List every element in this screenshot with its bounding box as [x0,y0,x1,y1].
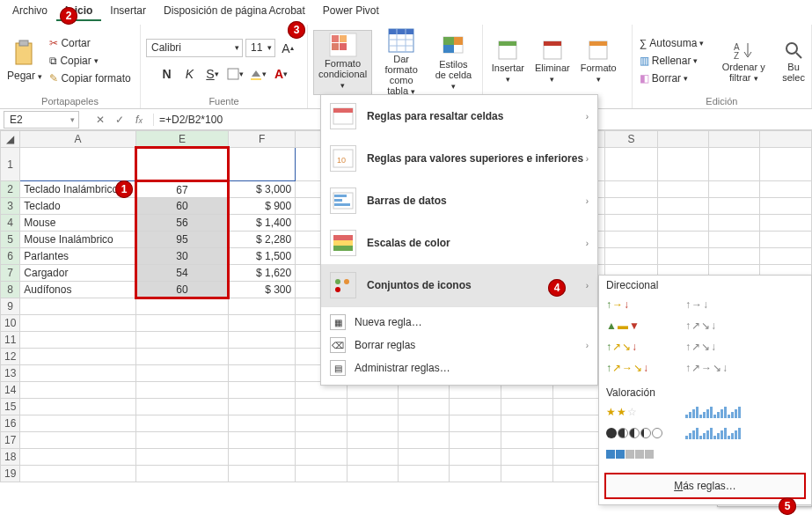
chevron-down-icon[interactable]: ▾ [38,72,42,81]
paste-button[interactable]: Pegar ▾ [5,38,44,84]
format-painter-button[interactable]: ✎ Copiar formato [48,71,132,85]
format-cells-button[interactable]: Formato▾ [577,37,620,85]
iconset-3arrows-color[interactable]: ↑→↓ [606,295,680,314]
more-rules-button[interactable]: MMás reglas…ás reglas… [604,473,806,499]
row-19[interactable]: 19 [1,466,20,482]
cell-styles-button[interactable]: Estilos de celda ▾ [430,32,477,92]
row-13[interactable]: 13 [1,365,20,382]
new-rule-item[interactable]: ▦Nueva regla… [321,311,597,334]
fx-icon[interactable]: fx [130,114,148,126]
chevron-down-icon[interactable]: ▾ [693,56,698,65]
cut-button[interactable]: ✂ Cortar [48,36,132,50]
cell[interactable]: 54 [135,265,229,282]
col-F[interactable]: F [229,131,296,148]
font-grow-button[interactable]: A▴ [278,39,297,58]
clear-button[interactable]: ◧ Borrar ▾ [638,71,706,85]
iconset-3stars[interactable]: ★★☆ [606,402,680,422]
cell[interactable]: 67 [135,181,229,198]
row-2[interactable]: 2 [1,181,20,198]
chevron-down-icon[interactable]: ▾ [267,43,272,52]
font-family-select[interactable]: Calibri ▾ [146,39,243,57]
chevron-down-icon[interactable]: ▾ [684,74,688,83]
row-6[interactable]: 6 [1,248,20,265]
border-button[interactable]: ▾ [226,64,245,84]
row-17[interactable]: 17 [1,432,20,449]
row-16[interactable]: 16 [1,415,20,432]
cell[interactable]: Mouse [20,215,135,232]
fill-button[interactable]: ▥ Rellenar ▾ [638,54,706,68]
hdr-total[interactable]: TotalValor [229,148,296,181]
chevron-down-icon[interactable]: ▾ [506,75,510,84]
row-11[interactable]: 11 [1,332,20,349]
insert-cells-button[interactable]: Insertar▾ [488,37,528,85]
fill-color-button[interactable]: ▾ [249,64,268,84]
iconset-4arrows-gray-diag[interactable]: ↑↗↘↓ [685,337,759,357]
chevron-down-icon[interactable]: ▾ [70,115,75,124]
chevron-down-icon[interactable]: ▾ [699,39,704,48]
cell[interactable]: 95 [135,232,229,248]
chevron-down-icon[interactable]: ▾ [550,75,554,84]
data-bars-item[interactable]: Barras de datos › [321,180,597,222]
row-8[interactable]: 8 [1,282,20,298]
name-box[interactable]: E2 ▾ [4,111,79,129]
row-12[interactable]: 12 [1,349,20,365]
chevron-down-icon[interactable]: ▾ [94,56,99,65]
row-3[interactable]: 3 [1,198,20,215]
cell[interactable]: 56 [135,215,229,232]
tab-acrobat[interactable]: Acrobat [260,2,313,21]
iconset-4bars[interactable] [685,402,759,422]
cell[interactable]: 60 [135,198,229,215]
format-as-table-button[interactable]: Dar formato como tabla ▾ [376,26,427,98]
cell[interactable]: Audífonos [20,282,135,298]
iconset-4arrows-gray[interactable]: ↑↗↘↓ [685,316,759,335]
iconset-5arrows-color[interactable]: ↑↗→↘↓ [606,358,680,378]
font-size-select[interactable]: 11 ▾ [245,39,275,57]
conditional-formatting-button[interactable]: Formato condicional ▾ [313,30,372,95]
cell[interactable]: $ 300 [229,282,296,298]
row-14[interactable]: 14 [1,382,20,399]
highlight-rules-item[interactable]: Reglas para resaltar celdas › [321,95,597,137]
chevron-down-icon[interactable]: ▾ [451,82,456,91]
clear-rules-item[interactable]: ⌫Borrar reglas› [321,334,597,357]
iconset-5boxes[interactable] [606,445,680,464]
row-1[interactable]: 1 [1,148,20,181]
tab-disposicion[interactable]: Disposición de página [155,2,275,21]
col-E[interactable]: E [135,131,229,148]
chevron-down-icon[interactable]: ▾ [596,75,601,84]
accept-formula-button[interactable]: ✓ [111,114,128,126]
cell[interactable]: 60 [135,282,229,298]
autosum-button[interactable]: ∑ Autosuma ▾ [638,36,706,50]
tab-insertar[interactable]: Insertar [101,2,155,21]
iconset-3arrows-gray[interactable]: ↑→↓ [685,295,759,314]
copy-button[interactable]: ⧉ Copiar ▾ [48,54,132,68]
select-all[interactable]: ◢ [1,131,20,148]
delete-cells-button[interactable]: Eliminar▾ [531,37,574,85]
cell[interactable]: $ 2,280 [229,232,296,248]
find-select-button[interactable]: Buselec [781,38,806,85]
underline-button[interactable]: S ▾ [203,64,223,84]
row-18[interactable]: 18 [1,449,20,466]
chevron-down-icon[interactable]: ▾ [754,74,758,83]
iconset-5bars[interactable] [685,423,759,443]
sort-filter-button[interactable]: AZ Ordenar y filtrar ▾ [709,38,778,85]
bold-button[interactable]: N [157,64,177,84]
tab-archivo[interactable]: Archivo [4,2,56,21]
cell[interactable]: $ 1,620 [229,265,296,282]
chevron-down-icon[interactable]: ▾ [235,43,239,52]
manage-rules-item[interactable]: ▤Administrar reglas… [321,357,597,379]
hdr-vendidos[interactable]: ProductosVendidos (%) [135,148,229,181]
iconset-5circles-bw[interactable] [606,423,680,443]
chevron-down-icon[interactable]: ▾ [340,81,345,90]
cell[interactable]: $ 3,000 [229,181,296,198]
hdr-productos[interactable]: Productos [20,148,135,181]
cell[interactable]: $ 1,500 [229,248,296,265]
cell[interactable]: 30 [135,248,229,265]
row-4[interactable]: 4 [1,215,20,232]
color-scales-item[interactable]: Escalas de color › [321,222,597,264]
col-S[interactable]: S [605,131,657,148]
iconset-3triangles[interactable]: ▲▬▼ [606,316,680,335]
col-A[interactable]: A [20,131,135,148]
row-10[interactable]: 10 [1,315,20,332]
row-15[interactable]: 15 [1,399,20,415]
italic-button[interactable]: K [180,64,200,84]
